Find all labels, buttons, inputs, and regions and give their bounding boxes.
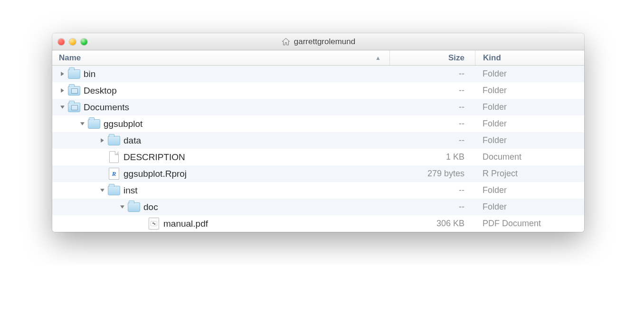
file-row[interactable]: Documents--Folder (52, 99, 584, 115)
item-icon (107, 184, 121, 197)
folder-icon (108, 186, 120, 195)
item-name: ggsubplot.Rproj (123, 169, 187, 179)
item-icon (127, 201, 141, 214)
titlebar[interactable]: garrettgrolemund (52, 33, 584, 50)
window-title-text: garrettgrolemund (294, 37, 355, 47)
cell-kind: Folder (475, 86, 584, 96)
document-icon (109, 151, 119, 163)
column-header-kind-label: Kind (483, 53, 501, 63)
cell-name: manual.pdf (52, 217, 389, 230)
window-title: garrettgrolemund (52, 37, 584, 47)
item-icon (67, 67, 81, 81)
cell-size: -- (389, 86, 475, 96)
cell-name: DESCRIPTION (52, 151, 389, 164)
item-icon: R (107, 167, 121, 181)
zoom-button[interactable] (81, 38, 87, 45)
disclosure-triangle-closed[interactable] (97, 135, 107, 146)
cell-size: -- (389, 102, 475, 112)
column-header-size[interactable]: Size (389, 50, 475, 65)
file-row[interactable]: Rggsubplot.Rproj279 bytesR Project (52, 165, 584, 182)
file-row[interactable]: ggsubplot--Folder (52, 115, 584, 132)
cell-kind: Folder (475, 119, 584, 129)
disclosure-triangle-closed[interactable] (57, 69, 67, 79)
disclosure-triangle-open[interactable] (57, 102, 67, 113)
cell-size: -- (389, 69, 475, 79)
cell-size: -- (389, 119, 475, 129)
folder-icon (68, 69, 80, 79)
folder-icon (68, 86, 80, 96)
cell-name: inst (52, 184, 389, 197)
file-row[interactable]: manual.pdf306 KBPDF Document (52, 215, 584, 232)
cell-name: data (52, 134, 389, 147)
cell-name: ggsubplot (52, 117, 389, 131)
column-header-name-label: Name (59, 53, 81, 63)
file-row[interactable]: inst--Folder (52, 182, 584, 199)
file-row[interactable]: Desktop--Folder (52, 82, 584, 99)
cell-kind: Document (475, 152, 584, 162)
disclosure-triangle-open[interactable] (97, 185, 107, 196)
item-name: doc (143, 202, 158, 212)
pdf-icon (149, 218, 159, 230)
column-headers: Name ▲ Size Kind (52, 50, 584, 66)
file-row[interactable]: bin--Folder (52, 66, 584, 82)
cell-kind: PDF Document (475, 219, 584, 229)
item-name: ggsubplot (104, 119, 142, 129)
cell-size: -- (389, 135, 475, 145)
column-header-name[interactable]: Name ▲ (52, 50, 389, 65)
cell-size: -- (389, 185, 475, 195)
file-row[interactable]: data--Folder (52, 132, 584, 149)
item-name: bin (84, 69, 95, 79)
cell-size: 306 KB (389, 219, 475, 229)
cell-size: 279 bytes (389, 169, 475, 179)
finder-window: garrettgrolemund Name ▲ Size Kind bin--F… (52, 33, 584, 232)
cell-kind: R Project (475, 169, 584, 179)
item-icon (107, 151, 121, 164)
cell-name: Rggsubplot.Rproj (52, 167, 389, 181)
item-icon (107, 134, 121, 147)
cell-kind: Folder (475, 102, 584, 112)
rproj-icon: R (109, 168, 119, 180)
column-header-size-label: Size (448, 53, 464, 63)
column-header-kind[interactable]: Kind (475, 50, 584, 65)
item-icon (147, 217, 161, 230)
cell-name: doc (52, 201, 389, 214)
cell-name: bin (52, 67, 389, 81)
cell-kind: Folder (475, 185, 584, 195)
cell-kind: Folder (475, 202, 584, 212)
item-name: Documents (84, 102, 129, 113)
item-name: inst (123, 185, 138, 196)
cell-kind: Folder (475, 135, 584, 145)
folder-icon (108, 136, 120, 145)
folder-icon (128, 202, 140, 212)
minimize-button[interactable] (69, 38, 76, 45)
cell-name: Documents (52, 101, 389, 114)
disclosure-triangle-closed[interactable] (57, 86, 67, 96)
traffic-lights (52, 38, 87, 45)
item-name: manual.pdf (163, 219, 208, 229)
cell-size: 1 KB (389, 152, 475, 162)
disclosure-triangle-open[interactable] (117, 202, 127, 212)
cell-size: -- (389, 202, 475, 212)
file-list: bin--FolderDesktop--FolderDocuments--Fol… (52, 66, 584, 232)
item-name: data (123, 135, 141, 146)
item-name: Desktop (84, 86, 117, 96)
file-row[interactable]: doc--Folder (52, 199, 584, 215)
folder-icon (88, 119, 100, 129)
item-icon (67, 84, 81, 97)
item-icon (67, 101, 81, 114)
item-name: DESCRIPTION (123, 152, 185, 163)
disclosure-triangle-open[interactable] (77, 119, 87, 129)
cell-name: Desktop (52, 84, 389, 97)
file-row[interactable]: DESCRIPTION1 KBDocument (52, 149, 584, 165)
folder-icon (68, 103, 80, 112)
sort-indicator-icon: ▲ (375, 55, 381, 61)
item-icon (87, 117, 101, 131)
close-button[interactable] (58, 38, 65, 45)
home-icon (281, 37, 291, 47)
cell-kind: Folder (475, 69, 584, 79)
